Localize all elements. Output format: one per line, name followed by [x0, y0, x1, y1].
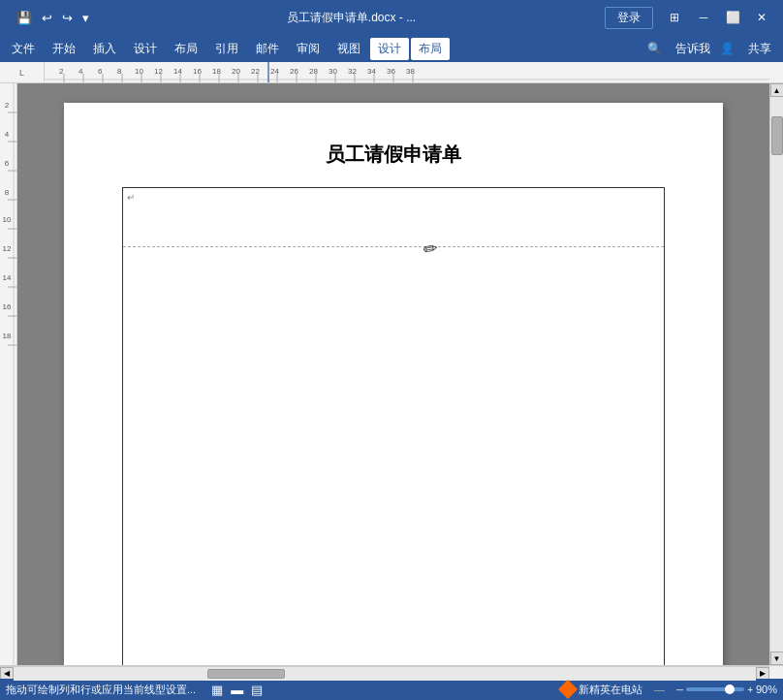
scroll-thumb[interactable]: [771, 116, 783, 155]
svg-text:16: 16: [193, 67, 202, 76]
status-icon-grid[interactable]: ▦: [211, 683, 223, 697]
svg-text:2: 2: [59, 67, 64, 76]
svg-text:18: 18: [212, 67, 221, 76]
bottom-area: ◀ ▶ 拖动可绘制列和行或应用当前线型设置... ▦ ▬ ▤ 新精英在电站 — …: [0, 665, 783, 700]
zoom-level: 90%: [756, 684, 777, 695]
window-controls: ⊞ ─ ⬜ ✕: [661, 4, 775, 31]
table-divider: [123, 246, 664, 247]
statusbar: 拖动可绘制列和行或应用当前线型设置... ▦ ▬ ▤ 新精英在电站 — ─ + …: [0, 679, 783, 700]
svg-text:8: 8: [5, 188, 10, 197]
svg-text:18: 18: [3, 332, 12, 340]
svg-text:6: 6: [98, 67, 103, 76]
menu-view[interactable]: 视图: [329, 38, 368, 60]
horizontal-scrollbar[interactable]: ◀ ▶: [0, 666, 769, 680]
svg-text:22: 22: [251, 67, 260, 76]
svg-text:6: 6: [5, 159, 10, 168]
svg-text:12: 12: [3, 244, 12, 253]
scroll-up-button[interactable]: ▲: [770, 83, 784, 97]
menu-layout2[interactable]: 布局: [411, 38, 450, 60]
svg-text:16: 16: [3, 302, 12, 311]
svg-text:14: 14: [173, 67, 182, 76]
login-button[interactable]: 登录: [605, 7, 653, 29]
menubar: 文件 开始 插入 设计 布局 引用 邮件 审阅 视图 设计 布局 🔍 告诉我 👤…: [0, 35, 783, 62]
scroll-corner: [769, 666, 783, 679]
zoom-plus[interactable]: +: [747, 684, 753, 695]
svg-text:20: 20: [232, 67, 240, 76]
menu-home[interactable]: 开始: [45, 38, 83, 60]
logo-icon: [558, 680, 578, 699]
svg-text:8: 8: [117, 67, 122, 76]
document-area[interactable]: 员工请假申请单 ↵ ✏: [17, 83, 769, 665]
main-area: 2 4 6 8 10 12 14 16 18 员工请假申请单 ↵: [0, 83, 783, 665]
zoom-slider[interactable]: [686, 687, 744, 691]
document-title-text: 员工请假申请单: [122, 142, 665, 168]
svg-text:36: 36: [387, 67, 395, 76]
menu-references[interactable]: 引用: [207, 38, 246, 60]
menu-share[interactable]: 共享: [740, 38, 779, 60]
status-icon-bar[interactable]: ▬: [231, 683, 243, 697]
titlebar: 💾 ↩ ↪ ▾ 员工请假申请单.docx - ... 登录 ⊞ ─ ⬜ ✕: [0, 0, 783, 35]
document-page: 员工请假申请单 ↵ ✏: [64, 103, 723, 665]
svg-text:2: 2: [5, 101, 10, 110]
svg-text:14: 14: [3, 273, 12, 282]
status-text: 拖动可绘制列和行或应用当前线型设置...: [6, 683, 196, 697]
svg-text:34: 34: [367, 67, 376, 76]
document-table[interactable]: ↵ ✏: [122, 187, 665, 665]
svg-text:32: 32: [348, 67, 357, 76]
zoom-thumb[interactable]: [725, 684, 735, 694]
hscrollbar-row: ◀ ▶: [0, 665, 783, 679]
dropdown-icon[interactable]: ▾: [79, 9, 92, 27]
status-right: 新精英在电站 — ─ + 90%: [561, 683, 777, 697]
menu-design[interactable]: 设计: [126, 38, 165, 60]
hscroll-thumb[interactable]: [207, 669, 285, 679]
save-icon[interactable]: 💾: [14, 9, 35, 27]
scroll-track[interactable]: [770, 97, 784, 652]
zoom-area: ─ + 90%: [676, 684, 777, 695]
svg-text:38: 38: [406, 67, 415, 76]
document-title: 员工请假申请单.docx - ...: [98, 10, 605, 26]
status-left: 拖动可绘制列和行或应用当前线型设置... ▦ ▬ ▤: [6, 683, 263, 697]
undo-icon[interactable]: ↩: [39, 9, 55, 27]
svg-text:26: 26: [290, 67, 298, 76]
separator: —: [654, 684, 665, 695]
restore-button[interactable]: ⬜: [719, 4, 746, 31]
logo-text: 新精英在电站: [579, 683, 642, 697]
menu-layout[interactable]: 布局: [167, 38, 205, 60]
pencil-icon: ✏: [422, 238, 440, 261]
svg-text:28: 28: [309, 67, 318, 76]
svg-text:10: 10: [3, 215, 12, 224]
menu-file[interactable]: 文件: [4, 38, 43, 60]
svg-text:24: 24: [270, 67, 279, 76]
group-icon[interactable]: ⊞: [661, 4, 688, 31]
svg-rect-23: [267, 62, 269, 82]
hscroll-track[interactable]: [14, 667, 756, 681]
user-icon: 👤: [720, 42, 735, 55]
quick-access-toolbar: 💾 ↩ ↪ ▾: [8, 9, 98, 27]
search-icon: 🔍: [647, 42, 662, 55]
menu-tell-me[interactable]: 告诉我: [668, 38, 718, 60]
status-icon-doc[interactable]: ▤: [251, 683, 263, 697]
svg-text:10: 10: [135, 67, 143, 76]
return-mark: ↵: [127, 192, 135, 203]
svg-text:12: 12: [154, 67, 163, 76]
logo-area: 新精英在电站: [561, 683, 642, 697]
menu-review[interactable]: 审阅: [289, 38, 328, 60]
svg-text:4: 4: [78, 67, 83, 76]
vertical-scrollbar[interactable]: ▲ ▼: [769, 83, 783, 665]
zoom-minus[interactable]: ─: [676, 684, 683, 695]
scroll-down-button[interactable]: ▼: [770, 652, 784, 665]
close-button[interactable]: ✕: [748, 4, 775, 31]
menu-design2[interactable]: 设计: [370, 38, 409, 60]
vertical-ruler: 2 4 6 8 10 12 14 16 18: [0, 83, 17, 665]
svg-text:4: 4: [5, 130, 10, 139]
redo-icon[interactable]: ↪: [59, 9, 76, 27]
menu-mail[interactable]: 邮件: [248, 38, 287, 60]
ruler-corner: L: [19, 68, 24, 78]
minimize-button[interactable]: ─: [690, 4, 717, 31]
menu-insert[interactable]: 插入: [85, 38, 124, 60]
svg-text:30: 30: [329, 67, 337, 76]
horizontal-ruler: L 2 4 6 8 10 12 14 16 18 20 22: [0, 62, 783, 83]
